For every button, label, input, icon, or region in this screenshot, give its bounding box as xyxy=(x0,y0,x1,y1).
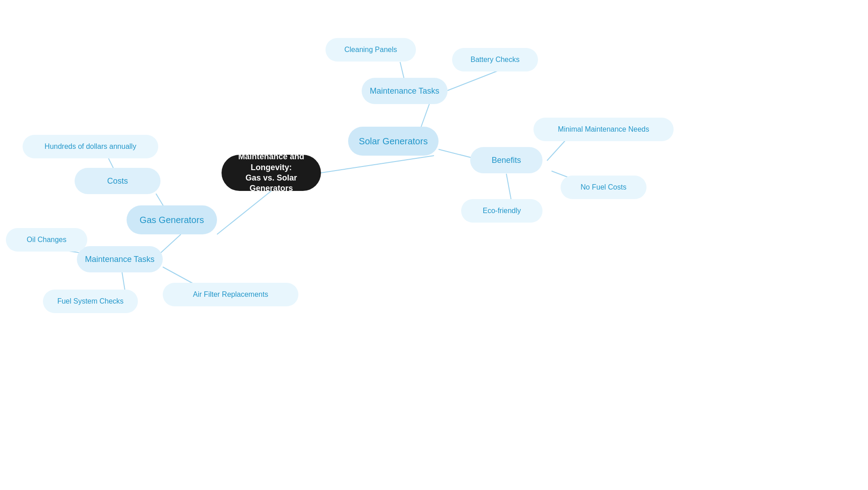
maintenance-tasks-gas-node: Maintenance Tasks xyxy=(77,246,163,272)
no-fuel-costs-node: No Fuel Costs xyxy=(561,176,646,199)
solar-generators-label: Solar Generators xyxy=(359,136,428,147)
battery-checks-node: Battery Checks xyxy=(452,48,538,71)
benefits-label: Benefits xyxy=(491,156,521,165)
cleaning-panels-node: Cleaning Panels xyxy=(326,38,416,62)
benefits-node: Benefits xyxy=(470,147,542,173)
minimal-maintenance-node: Minimal Maintenance Needs xyxy=(533,118,674,141)
eco-friendly-node: Eco-friendly xyxy=(461,199,542,223)
costs-label: Costs xyxy=(107,176,128,186)
eco-friendly-label: Eco-friendly xyxy=(483,207,521,215)
gas-generators-label: Gas Generators xyxy=(140,215,204,225)
solar-generators-node: Solar Generators xyxy=(348,127,439,156)
hundreds-annually-node: Hundreds of dollars annually xyxy=(23,135,158,158)
no-fuel-costs-label: No Fuel Costs xyxy=(580,183,626,191)
gas-generators-node: Gas Generators xyxy=(127,205,217,234)
oil-changes-label: Oil Changes xyxy=(27,236,66,244)
air-filter-replacements-node: Air Filter Replacements xyxy=(163,283,298,306)
air-filter-replacements-label: Air Filter Replacements xyxy=(193,290,268,299)
oil-changes-node: Oil Changes xyxy=(6,228,87,252)
maintenance-tasks-gas-label: Maintenance Tasks xyxy=(85,255,155,264)
hundreds-annually-label: Hundreds of dollars annually xyxy=(45,143,137,151)
maintenance-tasks-solar-label: Maintenance Tasks xyxy=(370,86,439,96)
svg-line-0 xyxy=(217,191,271,234)
svg-line-12 xyxy=(547,141,565,161)
maintenance-tasks-solar-node: Maintenance Tasks xyxy=(362,78,448,104)
fuel-system-checks-node: Fuel System Checks xyxy=(43,290,138,313)
battery-checks-label: Battery Checks xyxy=(471,56,519,64)
fuel-system-checks-label: Fuel System Checks xyxy=(57,297,124,305)
svg-line-1 xyxy=(321,156,434,173)
center-node: Maintenance and Longevity: Gas vs. Solar… xyxy=(222,155,321,191)
minimal-maintenance-label: Minimal Maintenance Needs xyxy=(558,125,649,133)
cleaning-panels-label: Cleaning Panels xyxy=(344,46,397,54)
costs-node: Costs xyxy=(75,168,160,194)
svg-line-11 xyxy=(448,71,497,90)
center-label: Maintenance and Longevity: Gas vs. Solar… xyxy=(222,152,321,194)
